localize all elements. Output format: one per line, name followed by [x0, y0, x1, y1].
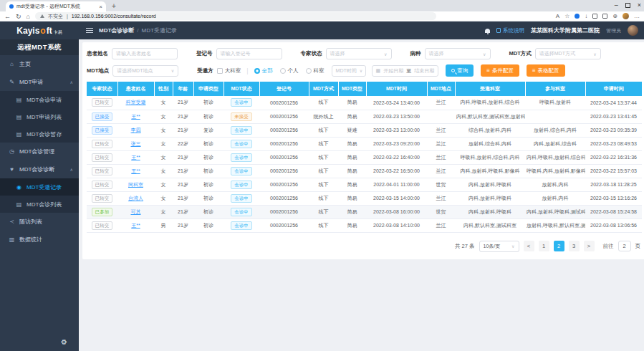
- big-dept-checkbox[interactable]: [217, 68, 223, 74]
- minimize-button[interactable]: –: [615, 1, 618, 9]
- joined-cell: 放射科,呼吸科,默认科室,测...: [525, 218, 585, 232]
- stats-icon: ▥: [9, 236, 15, 243]
- page-number-button[interactable]: 1: [539, 241, 549, 251]
- mode-cell: 线下: [309, 137, 338, 150]
- page-size-select[interactable]: 10条/页 ∨: [479, 241, 519, 252]
- patient-name-link[interactable]: 王**: [131, 114, 140, 119]
- sidebar-item[interactable]: ▥数据统计: [0, 231, 79, 249]
- sidebar-subitem[interactable]: ▤MDT会诊暂存: [0, 125, 79, 143]
- patient-name-link[interactable]: 科室受邀: [126, 100, 146, 105]
- browser-tab[interactable]: mdt受邀记录 - 远程MDT系统 ×: [6, 1, 106, 11]
- browser-profile-avatar[interactable]: [623, 13, 629, 19]
- apply-type-cell: 复诊: [193, 123, 224, 137]
- sex-cell: 女: [154, 205, 173, 218]
- age-cell: 21岁: [173, 150, 193, 164]
- sidebar-subitem[interactable]: ▤MDT会诊申请: [0, 91, 79, 108]
- goto-page-input[interactable]: 2: [618, 241, 631, 251]
- breadcrumb-section[interactable]: MDT会诊诊断: [99, 27, 134, 34]
- pagination-total: 共 27 条: [455, 243, 475, 250]
- sidebar-item[interactable]: ◷MDT会诊管理: [0, 143, 79, 160]
- patient-name-link[interactable]: 王**: [131, 155, 140, 160]
- joined-cell: 内科,呼吸科,放射科,综合科: [525, 150, 585, 164]
- column-header: 专家状态: [87, 82, 117, 96]
- config-list-icon: ≡: [486, 68, 490, 74]
- sidebar-item[interactable]: ✎MDT申请∧: [0, 73, 79, 91]
- tab-close-icon[interactable]: ×: [99, 4, 102, 10]
- patient-name-link[interactable]: 王**: [131, 168, 140, 173]
- table-row: 已接受李四女21岁复诊会诊中0002001256线下疑难2022-03-23 1…: [87, 123, 642, 137]
- apply-type-cell: 初诊: [193, 110, 224, 123]
- page-number-button[interactable]: 2: [554, 241, 564, 251]
- column-header: MDT时间: [366, 82, 427, 96]
- extension-icon[interactable]: [575, 14, 580, 19]
- tab-title: mdt受邀记录 - 远程MDT系统: [16, 3, 96, 10]
- expert-status-select[interactable]: 请选择∨: [326, 48, 392, 59]
- sidebar-subitem[interactable]: ◉MDT受邀记录: [0, 178, 79, 196]
- disease-select[interactable]: 请选择∨: [425, 48, 491, 59]
- patient-name-link[interactable]: 李四: [131, 128, 141, 133]
- home-icon[interactable]: ⌂: [27, 11, 30, 21]
- patient-name-link[interactable]: 台湾人: [128, 196, 143, 201]
- expert-status-badge: 已转交: [92, 98, 113, 107]
- settings-gear-icon[interactable]: ⚙: [61, 338, 67, 346]
- sidebar-subitem[interactable]: ▤MDT申请列表: [0, 108, 79, 125]
- address-bar[interactable]: 不安全 | 192.168.0.156:9002/consultate/reco…: [35, 12, 436, 20]
- condition-config-button[interactable]: ≡ 条件配置: [481, 64, 519, 77]
- more-menu-icon[interactable]: …: [634, 11, 640, 21]
- maximize-button[interactable]: [625, 3, 630, 8]
- sidebar-menu: ⌂主页✎MDT申请∧▤MDT会诊申请▤MDT申请列表▤MDT会诊暂存◷MDT会诊…: [0, 55, 79, 351]
- table-row: 已接受王**女21岁初诊未接受0002001256院外线上简易2022-03-2…: [87, 110, 642, 123]
- patient-name-cell: 同科室: [117, 178, 154, 191]
- close-button[interactable]: ×: [638, 1, 641, 9]
- vertical-divider: |: [246, 67, 248, 74]
- mdt-mode-select[interactable]: 请选择MDT方式∨: [535, 48, 601, 59]
- security-warning-icon: [40, 14, 44, 18]
- invited-party-radio[interactable]: 全部: [254, 67, 273, 74]
- expert-status-badge: 已转交: [92, 221, 113, 230]
- download-icon[interactable]: ↓: [585, 11, 587, 21]
- split-screen-icon[interactable]: [602, 14, 607, 19]
- doc-icon: ▤: [16, 131, 22, 138]
- sidebar-item[interactable]: ≺随访列表: [0, 213, 79, 231]
- table-config-button[interactable]: ≡ 表格配置: [527, 64, 565, 77]
- date-range-input[interactable]: ▦ 开始日期 至 结束日期: [372, 65, 439, 77]
- system-help-link[interactable]: 系统说明: [496, 27, 524, 34]
- chevron-down-icon: ∨: [171, 68, 174, 73]
- mdt-status-cell: 会诊中: [224, 123, 259, 137]
- invited-party-radio[interactable]: 个人: [280, 67, 299, 74]
- menu-collapse-icon[interactable]: [86, 28, 93, 33]
- place-cell: 兰江: [427, 96, 455, 110]
- patient-name-link[interactable]: 张三: [131, 141, 141, 146]
- sync-icon[interactable]: ⊕: [612, 11, 617, 21]
- chevron-down-icon: ∨: [384, 52, 387, 57]
- patient-name-input[interactable]: 请输入患者姓名: [112, 48, 178, 59]
- mdt-status-badge: 会诊中: [231, 167, 252, 176]
- patient-name-link[interactable]: 可其: [131, 209, 141, 214]
- invited-party-radio[interactable]: 科室: [306, 67, 325, 74]
- bell-icon[interactable]: [485, 29, 490, 33]
- app-logo: Kayisoft 卡易: [0, 26, 79, 36]
- collections-icon[interactable]: [592, 14, 597, 19]
- patient-name-link[interactable]: 同科室: [128, 182, 143, 187]
- next-page-button[interactable]: >: [584, 241, 595, 251]
- reload-icon[interactable]: ↻: [16, 11, 21, 21]
- reg-no-cell: 0002001256: [259, 150, 309, 164]
- page-number-button[interactable]: 3: [569, 241, 580, 251]
- search-button[interactable]: 查询: [446, 64, 474, 77]
- sidebar-item[interactable]: ⌂主页: [0, 55, 79, 73]
- reg-no-input[interactable]: 请输入登记号: [216, 48, 282, 59]
- user-avatar[interactable]: [628, 25, 638, 36]
- back-icon[interactable]: ←: [4, 11, 11, 21]
- invited-cell: 内科,放射科,呼吸科: [455, 205, 525, 218]
- read-aloud-icon[interactable]: A: [556, 11, 559, 21]
- sidebar-submenu: ▤MDT会诊申请▤MDT申请列表▤MDT会诊暂存: [0, 91, 79, 143]
- mdt-place-select[interactable]: 请选择MDT地点∨: [112, 65, 178, 77]
- time-field-select[interactable]: MDT时间∨: [332, 65, 366, 77]
- sidebar-subitem[interactable]: ▤MDT会诊列表: [0, 196, 79, 213]
- sex-cell: 女: [154, 110, 173, 123]
- favorite-star-icon[interactable]: ☆: [564, 11, 569, 21]
- new-tab-button[interactable]: +: [112, 1, 116, 11]
- prev-page-button[interactable]: <: [524, 241, 534, 251]
- sidebar-item[interactable]: ♥MDT会诊诊断∧: [0, 160, 79, 178]
- patient-name-link[interactable]: 王**: [131, 223, 140, 228]
